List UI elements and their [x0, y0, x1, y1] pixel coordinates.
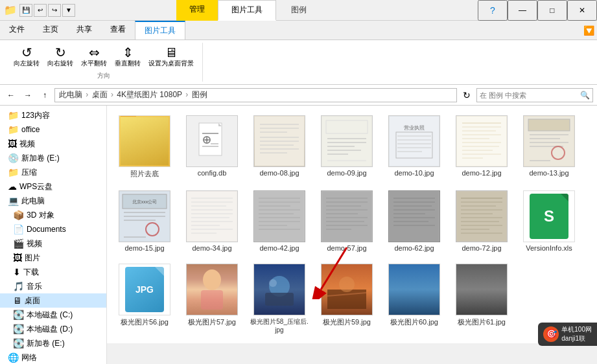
file-item-demo08[interactable]: demo-08.jpg	[247, 111, 312, 183]
svg-point-112	[203, 269, 221, 290]
file-name-demo72: demo-72.jpg	[462, 244, 501, 252]
save-quick-btn[interactable]: 💾	[19, 4, 32, 17]
sidebar-label-downloads: 下载	[23, 267, 39, 278]
versioninfo-thumb: S	[523, 190, 575, 242]
back-btn[interactable]: ←	[4, 88, 18, 102]
sidebar-label-local-c: 本地磁盘 (C:)	[27, 310, 73, 321]
demo57-svg	[322, 192, 371, 241]
file-name-demo09: demo-09.jpg	[327, 169, 366, 177]
up-btn[interactable]: ↑	[38, 88, 52, 102]
sidebar-item-downloads[interactable]: ⬇ 下载	[0, 265, 106, 279]
redo-quick-btn[interactable]: ↪	[48, 4, 61, 17]
sidebar-item-video1[interactable]: 🖼 视频	[0, 137, 106, 151]
watermark-icon: 🎯	[543, 326, 559, 342]
file-item-demo13[interactable]: demo-13.jpg	[517, 111, 581, 183]
sidebar-item-documents[interactable]: 📄 Documents	[0, 222, 106, 236]
search-input[interactable]	[480, 91, 580, 99]
ribbon-tab-share[interactable]: 共享	[67, 21, 101, 40]
sidebar-item-thispc[interactable]: 💻 此电脑	[0, 194, 106, 208]
file-item-aurora60[interactable]: 极光图片60.jpg	[382, 259, 447, 338]
file-item-config[interactable]: config.db	[180, 111, 244, 183]
flipv-btn[interactable]: ⇕ 垂直翻转	[111, 44, 144, 70]
file-item-aurora61[interactable]: 极光图片61.jpg	[449, 259, 514, 338]
refresh-btn[interactable]: ↻	[460, 88, 474, 102]
tab-manage[interactable]: 管理	[176, 0, 218, 21]
sidebar-label-compress: 压缩	[21, 167, 37, 178]
title-tabs: 管理 图片工具	[176, 0, 276, 21]
sidebar-item-music[interactable]: 🎵 音乐	[0, 279, 106, 293]
file-name-demo62: demo-62.jpg	[394, 244, 434, 252]
flipv-icon: ⇕	[123, 46, 134, 59]
ribbon-tab-file[interactable]: 文件	[0, 21, 34, 40]
sidebar-item-video2[interactable]: 🎬 视频	[0, 236, 106, 251]
rotate-right-btn[interactable]: ↻ 向右旋转	[44, 44, 76, 70]
sidebar-item-new-vol-e2[interactable]: 💽 新加卷 (E:)	[0, 336, 106, 350]
file-name-demo42: demo-42.jpg	[259, 244, 299, 252]
dropdown-quick-btn[interactable]: ▼	[62, 4, 75, 17]
minimize-btn[interactable]: —	[508, 0, 537, 21]
ribbon-body: ↺ 向左旋转 ↻ 向右旋转 ⇔ 水平翻转 ⇕ 垂直翻转 🖥 设置为桌面背景	[0, 40, 597, 84]
sidebar-label-music: 音乐	[27, 281, 42, 292]
ribbon-tab-view[interactable]: 查看	[101, 21, 135, 40]
sidebar-item-wps[interactable]: ☁ WPS云盘	[0, 179, 106, 194]
music-icon: 🎵	[13, 281, 24, 291]
sidebar-item-pictures[interactable]: 🖼 图片	[0, 251, 106, 265]
sidebar-item-123[interactable]: 📁 123内容	[0, 108, 106, 122]
file-item-demo57[interactable]: demo-57.jpg	[314, 186, 379, 256]
file-name-demo57: demo-57.jpg	[327, 244, 366, 252]
fliph-btn[interactable]: ⇔ 水平翻转	[78, 44, 110, 70]
file-item-aurora58[interactable]: 极光图片58_压缩后.jpg	[247, 259, 312, 338]
search-box[interactable]: 🔍	[476, 88, 593, 102]
ribbon-help: 🔽	[581, 21, 597, 40]
sidebar-item-new-vol-e[interactable]: 💿 新加卷 (E:)	[0, 151, 106, 165]
sidebar-item-desktop[interactable]: 🖥 桌面	[0, 293, 106, 308]
file-item-versioninfo[interactable]: S VersionInfo.xls	[517, 186, 581, 256]
sidebar-item-compress[interactable]: 📁 压缩	[0, 165, 106, 179]
video2-icon: 🎬	[13, 238, 24, 249]
pictures-icon: 🖼	[13, 253, 22, 263]
sidebar-item-local-d[interactable]: 💽 本地磁盘 (D:)	[0, 322, 106, 336]
ribbon-tab-picture-tools[interactable]: 图片工具	[135, 21, 185, 40]
disk-c-icon: 💽	[13, 310, 24, 320]
sidebar-item-office[interactable]: 📁 office	[0, 122, 106, 137]
file-name-demo08: demo-08.jpg	[259, 169, 299, 177]
rotate-left-btn[interactable]: ↺ 向左旋转	[10, 44, 43, 70]
file-item-demo15[interactable]: 北京xxx公司 demo-15.jpg	[112, 186, 177, 256]
address-path[interactable]: 此电脑 › 桌面 › 4K壁纸图片 1080P › 图例	[54, 88, 457, 102]
config-svg	[196, 122, 228, 161]
demo34-svg	[187, 192, 237, 241]
tab-picture-tools[interactable]: 图片工具	[218, 0, 276, 21]
sidebar-label-office: office	[21, 125, 40, 134]
svg-rect-101	[457, 192, 506, 241]
video-icon-1: 🖼	[8, 139, 17, 149]
file-item-aurora57[interactable]: 极光图片57.jpg	[180, 259, 244, 338]
desktop-icon: 🖥	[13, 295, 22, 306]
file-item-aurora59[interactable]: 极光图片59.jpg	[314, 259, 379, 338]
main-content: 📁 123内容 📁 office 🖼 视频 💿 新加卷 (E:) 📁 压缩 ☁ …	[0, 106, 597, 364]
forward-btn[interactable]: →	[21, 88, 35, 102]
demo62-svg	[390, 192, 439, 241]
aurora59-thumb	[321, 264, 373, 315]
file-item-demo10[interactable]: 营业执照 demo-10.jpg	[382, 111, 447, 183]
file-name-folder: 照片去底	[130, 169, 159, 179]
file-item-demo34[interactable]: demo-34.jpg	[180, 186, 244, 256]
sidebar-item-local-c[interactable]: 💽 本地磁盘 (C:)	[0, 308, 106, 322]
maximize-btn[interactable]: □	[537, 0, 567, 21]
sidebar-item-network[interactable]: 🌐 网络	[0, 350, 106, 364]
sidebar-label-video2: 视频	[27, 238, 42, 249]
ribbon-tab-home[interactable]: 主页	[34, 21, 67, 40]
title-bar: 📁 💾 ↩ ↪ ▼ 管理 图片工具 图例 ? — □ ✕	[0, 0, 597, 21]
file-item-demo09[interactable]: demo-09.jpg	[314, 111, 379, 183]
undo-quick-btn[interactable]: ↩	[34, 4, 47, 17]
address-bar: ← → ↑ 此电脑 › 桌面 › 4K壁纸图片 1080P › 图例 ↻ 🔍	[0, 85, 597, 106]
help-btn[interactable]: ?	[478, 0, 508, 21]
file-item-aurora56[interactable]: JPG 极光图片56.jpg	[112, 259, 177, 338]
file-item-folder[interactable]: 照片去底	[112, 111, 177, 183]
file-item-demo42[interactable]: demo-42.jpg	[247, 186, 312, 256]
file-item-demo72[interactable]: demo-72.jpg	[449, 186, 514, 256]
sidebar-item-3d[interactable]: 📦 3D 对象	[0, 208, 106, 222]
close-btn[interactable]: ✕	[567, 0, 597, 21]
file-item-demo12[interactable]: demo-12.jpg	[449, 111, 514, 183]
setbg-btn[interactable]: 🖥 设置为桌面背景	[145, 44, 197, 70]
file-item-demo62[interactable]: demo-62.jpg	[382, 186, 447, 256]
